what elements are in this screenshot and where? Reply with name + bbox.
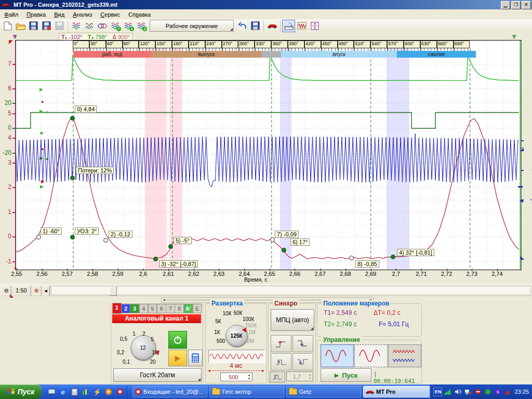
clock[interactable]: 23:25	[514, 389, 529, 395]
open-file-button[interactable]	[14, 20, 27, 32]
trigger-rising-button[interactable]	[271, 335, 291, 352]
car-mode-button[interactable]	[265, 20, 278, 32]
annotation-5[interactable]: 2) -0,12	[109, 231, 132, 238]
trigger-level-button[interactable]	[270, 371, 285, 382]
channel-tab-6[interactable]: 6	[157, 304, 166, 313]
start-button[interactable]: Пуск	[0, 384, 42, 399]
channel-tab-5[interactable]: 5	[148, 304, 157, 313]
edge-marker-12[interactable]: ◣	[10, 294, 14, 298]
channel-tab-7[interactable]: 7	[166, 304, 175, 313]
maximize-button[interactable]: ❐	[511, 1, 521, 9]
menu-item-4[interactable]: Анализ	[69, 10, 96, 19]
antivirus-icon[interactable]	[484, 388, 491, 396]
volume-icon[interactable]	[454, 388, 462, 396]
edge-marker-1[interactable]: ▶	[39, 87, 43, 92]
zoom-in-button[interactable]: ⊕	[31, 286, 42, 296]
gpu-tray-icon[interactable]	[503, 388, 511, 396]
workspace-dropdown[interactable]: Рабочее окружение	[150, 20, 234, 32]
edge-marker-8[interactable]: ●	[46, 157, 48, 162]
waves-loop-button[interactable]	[96, 20, 109, 32]
marker-dot-5[interactable]	[103, 238, 108, 243]
start-acquisition-button[interactable]: ▶ Пуск	[321, 368, 371, 382]
new-file-button[interactable]	[1, 20, 14, 32]
opera-icon[interactable]	[115, 387, 125, 396]
edge-marker-10[interactable]: ▶	[40, 184, 44, 189]
channel-tab-E[interactable]: E	[193, 304, 202, 313]
chart-scrollbar[interactable]	[51, 286, 531, 295]
channel-tab-3[interactable]: 3	[130, 304, 139, 313]
undo-button[interactable]	[236, 20, 249, 32]
taskbar-task-3[interactable]: Getz	[286, 386, 361, 397]
waves-view-button[interactable]	[70, 20, 83, 32]
marker-dot-1[interactable]	[70, 116, 75, 121]
edge-marker-9[interactable]: ▶	[41, 179, 45, 184]
menu-item-1[interactable]: Файл	[0, 10, 22, 19]
menu-item-2[interactable]: Правка	[22, 10, 50, 19]
save-as-button[interactable]	[40, 20, 53, 32]
channel-tab-A'[interactable]: A'	[184, 304, 193, 313]
calculator-icon[interactable]	[70, 387, 79, 396]
edge-marker-6[interactable]: ●	[41, 147, 44, 152]
taskbar-task-4[interactable]: MT Pro	[363, 386, 438, 397]
mixer-icon[interactable]	[81, 387, 90, 396]
annotation-4[interactable]: УОЗ: 2°	[75, 228, 99, 235]
edge-marker-3[interactable]: ▶	[39, 109, 43, 114]
marker-dot-4[interactable]	[70, 235, 75, 240]
waves-overlay-button[interactable]	[83, 20, 96, 32]
media-player-icon[interactable]	[104, 387, 113, 396]
annotation-6[interactable]: 5) -5°	[174, 237, 192, 244]
edge-marker-7[interactable]: ▶	[39, 156, 43, 161]
trigger-level-spinner[interactable]: 1,7 ▲▼	[286, 371, 313, 381]
marker-dot-10[interactable]	[349, 256, 354, 260]
continuous-sweep-button[interactable]	[354, 344, 388, 367]
winamp-icon[interactable]: ⚡	[92, 387, 102, 396]
channel-probe-button[interactable]: ▶	[168, 350, 187, 366]
marker-dot-11[interactable]	[391, 255, 395, 259]
save-button[interactable]	[27, 20, 40, 32]
channel-range-dropdown[interactable]: ГостК 20атм	[113, 368, 202, 382]
marker-dot-2[interactable]	[70, 176, 75, 180]
sync-mode-dropdown[interactable]: МПЦ (авто)	[271, 309, 314, 331]
annotation-3[interactable]: 1) -60°	[41, 228, 62, 235]
ie-icon[interactable]: e	[58, 387, 68, 396]
channel-power-button[interactable]	[168, 331, 187, 349]
trigger-pulse-neg-button[interactable]	[292, 353, 313, 370]
taskbar-task-1[interactable]: Входящие - led_20@...	[132, 386, 207, 397]
edge-marker-14[interactable]: ▬	[518, 184, 523, 189]
menu-item-6[interactable]: Справка	[124, 10, 155, 19]
network-error-icon[interactable]	[464, 388, 472, 396]
titlebar[interactable]: MT Pro - Синхра_2102012_gets339.mt ▁ ❐ ✕	[0, 0, 532, 9]
marker-dot-6[interactable]	[168, 244, 173, 249]
marker-dot-3[interactable]	[36, 235, 41, 240]
blocked-icon[interactable]	[474, 388, 482, 396]
edge-marker-4[interactable]: ●	[46, 110, 48, 115]
scroll-left-button[interactable]: ◂	[42, 286, 50, 296]
edge-marker-16[interactable]: ◣	[521, 256, 524, 260]
edge-marker-5[interactable]: ■	[40, 131, 43, 136]
annotation-8[interactable]: 7) -0,09	[275, 231, 299, 238]
skype-icon[interactable]: S	[494, 388, 501, 396]
close-button[interactable]: ✕	[522, 1, 531, 9]
taskbar-task-2[interactable]: Гетс мотор	[209, 386, 284, 397]
language-indicator[interactable]: EN	[433, 388, 442, 396]
annotation-9[interactable]: 6) 17°	[290, 238, 310, 246]
save-workspace-button[interactable]	[249, 20, 262, 32]
waves-check-button[interactable]: ✓	[109, 20, 122, 32]
marker-dot-8[interactable]	[270, 237, 275, 242]
annotation-10[interactable]: 8) -0,85	[355, 260, 379, 268]
marker-dot-7[interactable]	[153, 257, 158, 261]
trigger-pulse-pos-button[interactable]	[271, 353, 291, 370]
split-view-toggle[interactable]	[308, 20, 321, 32]
waves-1-button[interactable]: 1	[122, 20, 135, 32]
menu-item-5[interactable]: Сервис	[96, 10, 124, 19]
edge-marker-13[interactable]: ◪	[520, 147, 524, 152]
annotation-11[interactable]: 4) 32° [-0,81]	[397, 249, 434, 256]
sweep-points-spinner[interactable]: 500 ▲▼	[220, 373, 252, 381]
channel-tab-8[interactable]: 8	[175, 304, 184, 313]
edge-marker-11[interactable]: ●	[14, 266, 17, 271]
menu-item-3[interactable]: Вид	[50, 10, 69, 19]
trigger-falling-button[interactable]	[292, 335, 313, 352]
channel-calc-button[interactable]	[188, 350, 203, 366]
multichannel-sweep-button[interactable]	[388, 344, 421, 367]
marker-dot-9[interactable]	[282, 248, 286, 252]
